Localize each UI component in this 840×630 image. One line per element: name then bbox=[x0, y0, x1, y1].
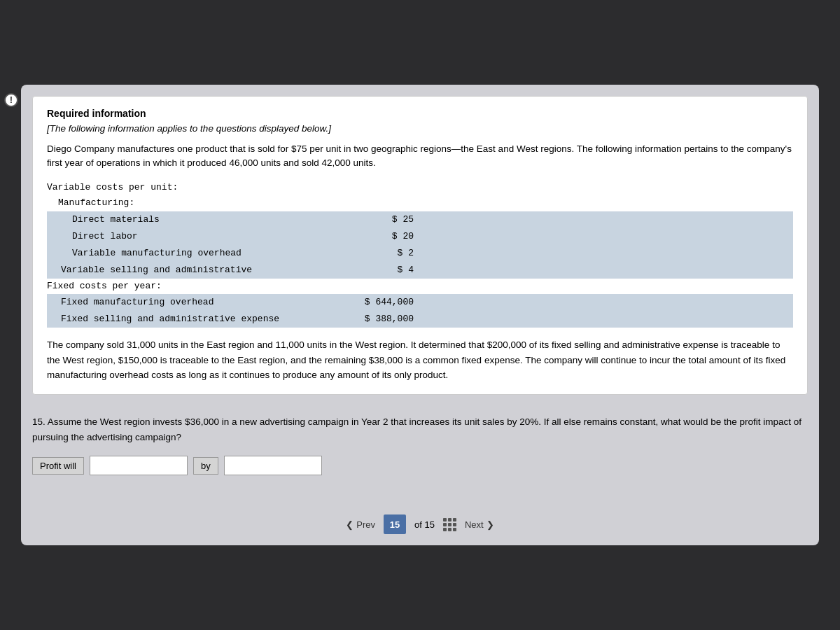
direct-labor-value: $ 20 bbox=[344, 229, 414, 244]
body-text: The company sold 31,000 units in the Eas… bbox=[47, 337, 793, 383]
fixed-selling-row: Fixed selling and administrative expense… bbox=[47, 311, 793, 328]
grid-dot-5 bbox=[448, 523, 451, 526]
alert-icon: ! bbox=[4, 93, 18, 107]
by-label: by bbox=[193, 457, 218, 475]
question-number: 15. bbox=[32, 416, 48, 427]
main-container: ! Required information [The following in… bbox=[21, 85, 819, 545]
direct-materials-label: Direct materials bbox=[50, 212, 344, 227]
prev-label: Prev bbox=[356, 519, 375, 530]
grid-icon[interactable] bbox=[443, 518, 456, 531]
description-text: Diego Company manufactures one product t… bbox=[47, 142, 793, 171]
grid-dot-6 bbox=[453, 523, 456, 526]
question-body: Assume the West region invests $36,000 i… bbox=[32, 416, 802, 442]
variable-selling-row: Variable selling and administrative $ 4 bbox=[47, 262, 793, 279]
fixed-mfg-label: Fixed manufacturing overhead bbox=[50, 295, 344, 310]
fixed-costs-label: Fixed costs per year: bbox=[47, 279, 341, 294]
pagination: ❮ Prev 15 of 15 Next ❯ bbox=[32, 514, 808, 534]
variable-mfg-value: $ 2 bbox=[344, 246, 414, 261]
answer-row: Profit will by bbox=[32, 456, 808, 475]
cost-data-table: Variable costs per unit: Manufacturing: … bbox=[47, 180, 793, 328]
fixed-mfg-row: Fixed manufacturing overhead $ 644,000 bbox=[47, 294, 793, 311]
next-chevron-icon: ❯ bbox=[486, 519, 494, 530]
variable-selling-label: Variable selling and administrative bbox=[50, 262, 344, 278]
next-label: Next bbox=[465, 519, 484, 530]
direct-labor-label: Direct labor bbox=[50, 229, 344, 244]
grid-dot-2 bbox=[448, 518, 451, 522]
variable-costs-header-row: Variable costs per unit: bbox=[47, 180, 793, 195]
fixed-mfg-value: $ 644,000 bbox=[344, 295, 414, 310]
direct-materials-row: Direct materials $ 25 bbox=[47, 211, 793, 228]
grid-dot-4 bbox=[443, 523, 447, 526]
prev-button[interactable]: ❮ Prev bbox=[346, 519, 375, 530]
grid-dot-8 bbox=[448, 528, 451, 531]
direct-labor-row: Direct labor $ 20 bbox=[47, 228, 793, 245]
fixed-selling-value: $ 388,000 bbox=[344, 312, 414, 327]
grid-dot-3 bbox=[453, 518, 456, 522]
variable-costs-label: Variable costs per unit: bbox=[47, 180, 341, 195]
manufacturing-label: Manufacturing: bbox=[47, 195, 341, 211]
grid-dot-7 bbox=[443, 528, 447, 531]
page-of-label: of 15 bbox=[414, 519, 435, 530]
subtitle: [The following information applies to th… bbox=[47, 123, 793, 134]
answer-input-2[interactable] bbox=[224, 456, 322, 475]
answer-input-1[interactable] bbox=[90, 456, 188, 475]
grid-dot-1 bbox=[443, 518, 447, 522]
profit-will-label: Profit will bbox=[32, 457, 84, 475]
question-text: 15. Assume the West region invests $36,0… bbox=[32, 414, 808, 444]
variable-mfg-row: Variable manufacturing overhead $ 2 bbox=[47, 245, 793, 262]
fixed-costs-header-row: Fixed costs per year: bbox=[47, 279, 793, 294]
direct-materials-value: $ 25 bbox=[344, 212, 414, 227]
question-section: 15. Assume the West region invests $36,0… bbox=[32, 406, 808, 492]
grid-dot-9 bbox=[453, 528, 456, 531]
required-info-title: Required information bbox=[47, 108, 793, 119]
variable-mfg-label: Variable manufacturing overhead bbox=[50, 246, 344, 261]
fixed-selling-label: Fixed selling and administrative expense bbox=[50, 312, 344, 327]
manufacturing-header-row: Manufacturing: bbox=[47, 195, 793, 211]
required-info-box: Required information [The following info… bbox=[32, 96, 808, 395]
next-button[interactable]: Next ❯ bbox=[465, 519, 494, 530]
current-page[interactable]: 15 bbox=[384, 514, 406, 534]
variable-selling-value: $ 4 bbox=[344, 262, 414, 278]
prev-chevron-icon: ❮ bbox=[346, 519, 354, 530]
